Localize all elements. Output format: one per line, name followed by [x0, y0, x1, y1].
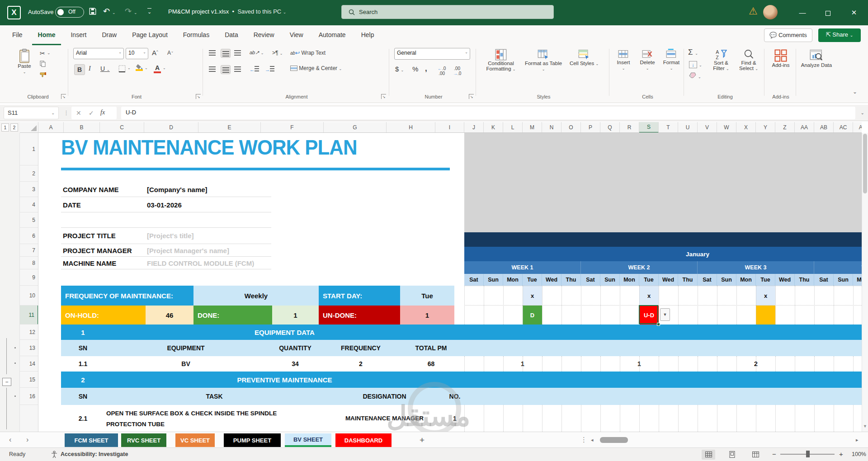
fill-color-icon[interactable]	[136, 64, 143, 71]
row-header-14[interactable]: 14	[20, 356, 38, 372]
row-header-12[interactable]: 12	[20, 325, 38, 340]
equipment-section-band[interactable]: 1 EQUIPMENT DATA	[61, 325, 464, 340]
name-box[interactable]: S11⌄	[4, 107, 59, 119]
excel-logo-icon[interactable]: X	[7, 6, 21, 19]
column-header-D[interactable]: D	[144, 122, 198, 133]
status-cell[interactable]: D	[523, 306, 542, 325]
done-label-cell[interactable]: DONE:	[193, 306, 272, 325]
warning-icon[interactable]: ⚠	[749, 5, 758, 17]
font-size-select[interactable]: 10⌄	[126, 48, 148, 59]
zoom-level[interactable]: 100%	[852, 451, 866, 457]
column-header-A[interactable]: A	[38, 122, 64, 133]
sheet-tab-pump-sheet[interactable]: PUMP SHEET	[224, 433, 281, 447]
row-header-8[interactable]: 8	[20, 257, 38, 269]
day-header-sun-3[interactable]: Sun	[717, 274, 736, 286]
column-header-C[interactable]: C	[100, 122, 144, 133]
page-break-view-icon[interactable]	[749, 450, 762, 460]
vertical-scrollbar-thumb[interactable]	[863, 134, 867, 193]
on-hold-label-cell[interactable]: ON-HOLD:	[61, 306, 146, 325]
cancel-icon[interactable]: ✕	[76, 109, 81, 117]
increase-indent-icon[interactable]: →	[265, 66, 274, 72]
cut-icon[interactable]: ✂	[40, 50, 45, 57]
column-header-O[interactable]: O	[561, 122, 581, 133]
pm-section-band[interactable]: 2 PREVENTIVE MAINTENANCE	[61, 372, 464, 388]
sheet-tab-vc-sheet[interactable]: VC SHEET	[175, 433, 215, 447]
share-button[interactable]: ⇱ Share ⌄	[818, 28, 861, 42]
wrap-text-button[interactable]: ab↩ Wrap Text	[290, 50, 326, 56]
page-layout-view-icon[interactable]	[725, 450, 739, 460]
row-header-11[interactable]: 11	[20, 306, 38, 325]
data-validation-dropdown-icon[interactable]: ▼	[660, 308, 670, 321]
prev-sheet-icon[interactable]: ‹	[9, 436, 11, 444]
quick-access-more-icon[interactable]: ⌄	[147, 8, 151, 15]
hscroll-left-icon[interactable]: ◂	[591, 437, 594, 443]
ribbon-tab-draw[interactable]: Draw	[96, 25, 123, 45]
redo-icon[interactable]: ↷ ⌄	[125, 6, 137, 16]
align-top-icon[interactable]	[209, 50, 216, 57]
sheet-tab-rvc-sheet[interactable]: RVC SHEET	[121, 433, 166, 447]
format-painter-icon[interactable]	[40, 71, 47, 78]
status-cell[interactable]	[756, 306, 775, 325]
number-format-select[interactable]: General⌄	[394, 48, 470, 60]
alignment-dialog-launcher-icon[interactable]: ↘	[381, 94, 386, 99]
align-center-icon[interactable]	[221, 65, 231, 74]
ribbon-tab-automate[interactable]: Automate	[313, 25, 352, 45]
column-header-I[interactable]: I	[435, 122, 464, 133]
day-header-sun-4[interactable]: Sun	[834, 274, 853, 286]
start-day-value-cell[interactable]: Tue	[400, 286, 454, 306]
collapse-ribbon-icon[interactable]: ⌄	[853, 89, 857, 95]
clear-icon[interactable]: ⌄	[689, 72, 701, 80]
ribbon-tab-insert[interactable]: Insert	[65, 25, 92, 45]
sheet-tab-fcm-sheet[interactable]: FCM SHEET	[65, 433, 118, 447]
day-header-sat-3[interactable]: Sat	[698, 274, 717, 286]
week-header-2[interactable]: WEEK 2	[581, 261, 698, 274]
ribbon-tab-help[interactable]: Help	[355, 25, 380, 45]
field-value-project-title[interactable]: [Project's title]	[147, 232, 194, 240]
delete-cells-button[interactable]: Delete⌄	[636, 49, 659, 71]
sheet-tab-dashboard[interactable]: DASHBOARD	[335, 433, 392, 447]
frequency-label-cell[interactable]: FREQUENCY OF MAINTENANCE:	[61, 286, 193, 306]
day-header-sun-1[interactable]: Sun	[484, 274, 503, 286]
paste-dropdown-icon[interactable]: ⌄	[47, 51, 51, 55]
day-header-thu-2[interactable]: Thu	[678, 274, 698, 286]
day-header-mon-2[interactable]: Mon	[620, 274, 639, 286]
column-header-X[interactable]: X	[736, 122, 756, 133]
italic-button[interactable]: I	[89, 65, 91, 72]
close-button[interactable]: ✕	[844, 0, 864, 25]
align-middle-icon[interactable]	[221, 49, 231, 58]
frequency-value-cell[interactable]: Weekly	[193, 286, 319, 306]
day-header-tue-1[interactable]: Tue	[523, 274, 542, 286]
day-header-sun-2[interactable]: Sun	[600, 274, 620, 286]
merge-center-button[interactable]: Merge & Center ⌄	[290, 65, 342, 71]
row-header-3[interactable]: 3	[20, 182, 38, 197]
restore-button[interactable]	[817, 0, 838, 25]
column-header-N[interactable]: N	[542, 122, 561, 133]
decrease-indent-icon[interactable]: ←	[250, 66, 259, 72]
hscroll-right-icon[interactable]: ▸	[856, 437, 859, 443]
ribbon-tab-home[interactable]: Home	[32, 25, 61, 45]
schedule-x-cell[interactable]: x	[523, 286, 542, 306]
formula-input[interactable]: U-D	[121, 107, 855, 119]
sort-filter-button[interactable]: AZ Sort & Filter ⌄	[708, 49, 734, 71]
day-header-wed-2[interactable]: Wed	[659, 274, 678, 286]
day-header-sat-1[interactable]: Sat	[464, 274, 484, 286]
day-header-mon-3[interactable]: Mon	[736, 274, 756, 286]
zoom-in-icon[interactable]: +	[839, 450, 843, 458]
day-header-mon-4[interactable]: Mon	[853, 274, 862, 286]
field-value-company[interactable]: [Company's name]	[147, 186, 208, 193]
fill-handle[interactable]	[657, 323, 660, 326]
day-header-thu-1[interactable]: Thu	[561, 274, 581, 286]
column-header-J[interactable]: J	[464, 122, 484, 133]
un-done-value-cell[interactable]: 1	[400, 306, 454, 325]
minimize-button[interactable]: —	[792, 0, 813, 25]
done-value-cell[interactable]: 1	[272, 306, 319, 325]
ribbon-tab-review[interactable]: Review	[248, 25, 280, 45]
accounting-format-icon[interactable]: $ ⌄	[395, 65, 404, 73]
row-header-15[interactable]: 15	[20, 372, 38, 388]
day-header-sat-2[interactable]: Sat	[581, 274, 600, 286]
column-header-Y[interactable]: Y	[756, 122, 775, 133]
row-header-5[interactable]: 5	[20, 212, 38, 228]
vertical-scrollbar[interactable]: ▼	[862, 133, 868, 432]
column-header-L[interactable]: L	[503, 122, 523, 133]
row-header-4[interactable]: 4	[20, 197, 38, 212]
